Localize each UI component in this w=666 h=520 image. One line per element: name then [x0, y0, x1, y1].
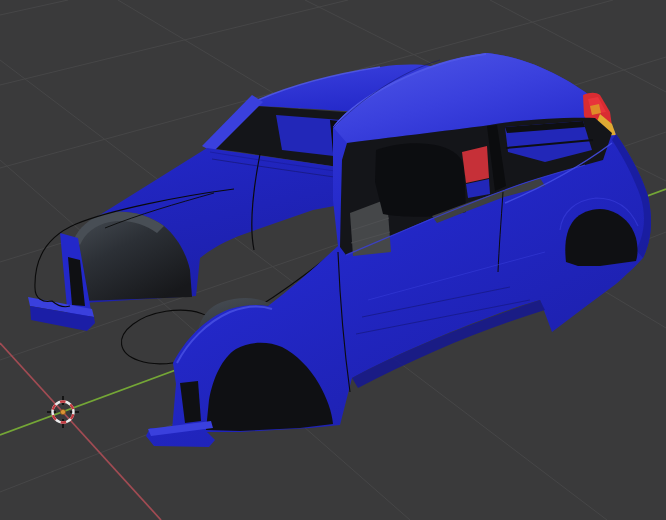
viewport-canvas[interactable]: [0, 0, 666, 520]
taillight-orange: [590, 104, 601, 115]
3d-cursor-center-dot: [60, 409, 65, 414]
through-window-red-patch: [462, 146, 489, 183]
viewport-window[interactable]: [0, 0, 666, 520]
far-arch-block-through-window: [375, 143, 466, 217]
